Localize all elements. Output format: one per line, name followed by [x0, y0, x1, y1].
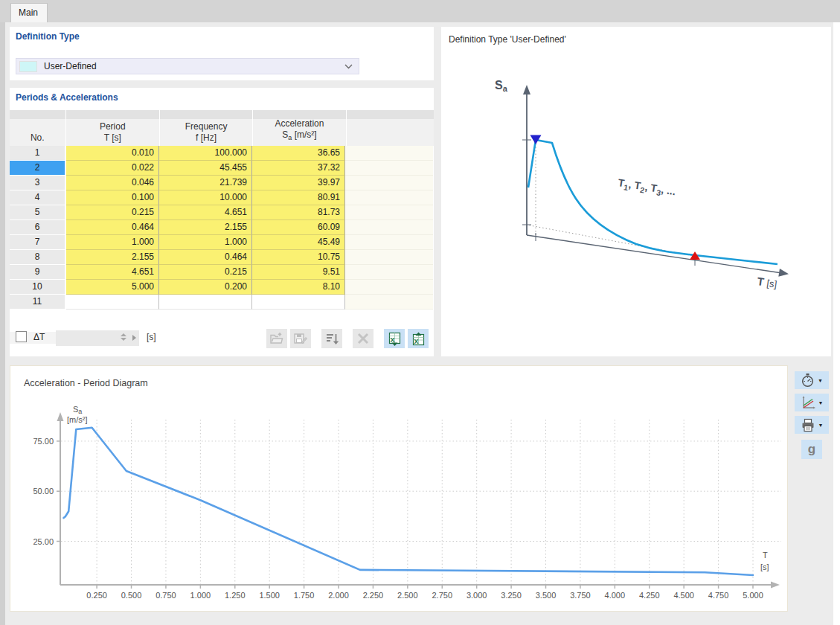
spectrum-curve: [528, 140, 778, 264]
open-file-button[interactable]: [266, 329, 287, 348]
frequency-cell[interactable]: 100.000: [159, 146, 252, 161]
svg-text:2.000: 2.000: [328, 591, 349, 600]
period-cell[interactable]: 0.464: [66, 220, 159, 235]
period-cell[interactable]: 0.022: [66, 161, 159, 176]
acceleration-cell[interactable]: 9.51: [252, 265, 345, 280]
result-diagram-button[interactable]: ▼: [795, 394, 829, 411]
filler-cell: [345, 176, 433, 190]
sort-button[interactable]: [321, 329, 342, 348]
delta-t-label: ΔT: [33, 332, 45, 342]
row-number-cell[interactable]: 6: [10, 220, 65, 235]
svg-text:0.250: 0.250: [86, 591, 107, 600]
spinner-arrows[interactable]: [120, 332, 127, 344]
period-cell[interactable]: [66, 295, 159, 310]
period-cell[interactable]: 0.100: [66, 190, 159, 205]
frequency-cell[interactable]: 45.455: [159, 161, 252, 176]
svg-text:75.00: 75.00: [33, 437, 54, 446]
left-edge-strip: [0, 22, 5, 625]
acceleration-cell[interactable]: 39.97: [252, 176, 345, 190]
save-file-button[interactable]: [290, 329, 311, 348]
svg-text:1.500: 1.500: [259, 591, 280, 600]
frequency-cell[interactable]: 21.739: [159, 176, 252, 190]
frequency-cell[interactable]: 10.000: [159, 190, 252, 205]
svg-text:2.250: 2.250: [363, 591, 384, 600]
time-course-button[interactable]: ▼: [795, 371, 829, 389]
table-row: 40.10010.00080.91: [10, 190, 434, 205]
diagram-lines-icon: [801, 395, 815, 410]
spinner-expand-icon[interactable]: [132, 335, 136, 341]
acceleration-cell[interactable]: 81.73: [252, 205, 345, 220]
svg-text:5.000: 5.000: [743, 591, 763, 600]
delta-t-input[interactable]: [56, 330, 139, 346]
x-mark-icon: [356, 333, 370, 344]
frequency-cell[interactable]: 4.651: [159, 205, 252, 220]
svg-text:T: T: [763, 551, 768, 560]
excel-export-button[interactable]: X: [384, 329, 405, 348]
period-cell[interactable]: 0.010: [66, 146, 159, 161]
period-cell[interactable]: 0.046: [66, 176, 159, 190]
acceleration-cell[interactable]: 36.65: [252, 146, 345, 161]
color-swatch: [19, 61, 37, 72]
gravity-toggle-button[interactable]: g: [801, 440, 822, 459]
table-group-row: [10, 110, 434, 119]
table-row: 94.6510.2159.51: [10, 265, 434, 280]
acceleration-cell[interactable]: 10.75: [252, 250, 345, 265]
filler-cell: [345, 235, 433, 250]
frequency-cell[interactable]: 0.464: [159, 250, 252, 265]
period-cell[interactable]: 4.651: [66, 265, 159, 280]
acceleration-cell[interactable]: 45.49: [252, 235, 345, 250]
tab-main[interactable]: Main: [10, 3, 48, 22]
acceleration-cell[interactable]: 37.32: [252, 161, 345, 176]
row-number-cell[interactable]: 5: [10, 205, 65, 220]
filler-cell: [345, 295, 433, 310]
header-acceleration: Acceleration Sa [m/s²]: [253, 119, 345, 146]
period-cell[interactable]: 5.000: [66, 280, 159, 295]
filler-cell: [345, 280, 433, 295]
delta-t-checkbox[interactable]: [16, 331, 27, 342]
row-number-cell[interactable]: 8: [10, 250, 65, 265]
period-cell[interactable]: 1.000: [66, 235, 159, 250]
chart-y-label: Sa: [73, 405, 82, 415]
row-number-cell[interactable]: 11: [10, 295, 65, 310]
t-axis-label: T[s]: [757, 275, 778, 290]
svg-text:4.750: 4.750: [708, 591, 729, 600]
excel-import-button[interactable]: X: [408, 329, 429, 348]
row-number-cell[interactable]: 1: [10, 146, 65, 161]
definition-type-dropdown[interactable]: User-Defined: [16, 58, 359, 74]
row-number-cell[interactable]: 9: [10, 265, 65, 280]
delete-button[interactable]: [353, 329, 373, 348]
table-row: 11: [10, 295, 434, 310]
svg-text:3.500: 3.500: [536, 591, 557, 600]
row-number-cell[interactable]: 4: [10, 190, 65, 205]
dropdown-arrow-icon: ▼: [818, 400, 824, 406]
acceleration-cell[interactable]: [252, 295, 345, 310]
table-row: 60.4642.15560.09: [10, 220, 434, 235]
frequency-cell[interactable]: 1.000: [159, 235, 252, 250]
frequency-cell[interactable]: 2.155: [159, 220, 252, 235]
row-number-cell[interactable]: 7: [10, 235, 65, 250]
row-number-cell[interactable]: 3: [10, 176, 65, 190]
row-number-cell[interactable]: 2: [10, 161, 65, 176]
dropdown-selected-value: User-Defined: [44, 61, 344, 71]
svg-text:[m/s²]: [m/s²]: [67, 415, 88, 424]
period-cell[interactable]: 2.155: [66, 250, 159, 265]
acceleration-cell[interactable]: 8.10: [252, 280, 345, 295]
acceleration-cell[interactable]: 60.09: [252, 220, 345, 235]
excel-export-icon: X: [388, 332, 402, 346]
svg-text:1.250: 1.250: [225, 591, 246, 600]
dropdown-arrow-icon: ▼: [818, 423, 824, 428]
spectrum-illustration: Sa T[s] T1, T2, T3, ...: [441, 27, 831, 356]
svg-text:2.750: 2.750: [432, 591, 452, 600]
definition-illustration-panel: Definition Type 'User-Defined' Sa T[s] T…: [441, 27, 831, 356]
frequency-cell[interactable]: [159, 295, 252, 310]
svg-text:[s]: [s]: [760, 562, 769, 571]
print-button[interactable]: ▼: [795, 416, 829, 434]
chart-title: Acceleration - Period Diagram: [24, 378, 148, 388]
period-cell[interactable]: 0.215: [66, 205, 159, 220]
filler-cell: [345, 265, 433, 280]
row-number-cell[interactable]: 10: [10, 280, 65, 295]
svg-text:X: X: [390, 336, 394, 343]
acceleration-cell[interactable]: 80.91: [252, 190, 345, 205]
frequency-cell[interactable]: 0.215: [159, 265, 252, 280]
frequency-cell[interactable]: 0.200: [159, 280, 252, 295]
